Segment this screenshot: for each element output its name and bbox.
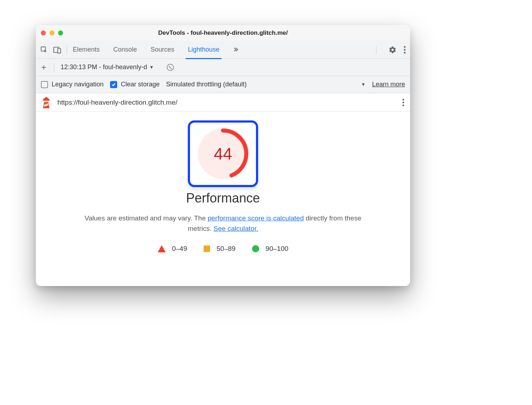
tab-sources[interactable]: Sources: [150, 42, 175, 58]
throttling-dropdown[interactable]: Simulated throttling (default): [166, 81, 247, 88]
lighthouse-audit-row: + 12:30:13 PM - foul-heavenly-d ▼: [36, 59, 410, 76]
clear-storage-checkbox[interactable]: Clear storage: [110, 81, 160, 88]
see-calculator-link[interactable]: See calculator.: [214, 225, 258, 232]
tab-elements[interactable]: Elements: [72, 42, 100, 58]
tab-lighthouse[interactable]: Lighthouse: [187, 42, 220, 58]
legacy-navigation-checkbox[interactable]: Legacy navigation: [41, 81, 104, 88]
svg-point-10: [403, 99, 404, 100]
maximize-window-button[interactable]: [58, 30, 63, 35]
report-url-row: https://foul-heavenly-direction.glitch.m…: [36, 93, 410, 112]
checkbox-checked-icon: [110, 81, 117, 88]
toggle-device-toolbar-icon[interactable]: [53, 46, 62, 54]
svg-rect-7: [44, 101, 48, 102]
svg-rect-2: [58, 48, 61, 53]
toolbar-separator: [67, 46, 67, 54]
square-icon: [204, 246, 210, 252]
learn-more-link[interactable]: Learn more: [372, 81, 405, 88]
score-legend: 0–49 50–89 90–100: [47, 245, 399, 253]
minimize-window-button[interactable]: [49, 30, 54, 35]
score-description: Values are estimated and may vary. The p…: [72, 213, 374, 234]
inspect-element-icon[interactable]: [40, 46, 48, 54]
dropdown-arrow-icon: ▼: [149, 65, 154, 70]
audit-history-dropdown[interactable]: 12:30:13 PM - foul-heavenly-d ▼: [61, 63, 154, 71]
checkbox-unchecked-icon: [41, 81, 48, 88]
lighthouse-report: 44 Performance Values are estimated and …: [36, 112, 410, 253]
window-controls: [41, 30, 63, 35]
svg-point-4: [404, 49, 406, 51]
performance-gauge[interactable]: 44: [196, 127, 250, 181]
circle-icon: [252, 245, 259, 252]
separator: [54, 63, 54, 72]
report-options-icon[interactable]: [402, 99, 404, 106]
lighthouse-logo-icon: [42, 97, 51, 108]
devtools-toolbar: Elements Console Sources Lighthouse: [36, 41, 410, 59]
svg-marker-6: [43, 97, 49, 101]
devtools-window: DevTools - foul-heavenly-direction.glitc…: [36, 25, 410, 286]
legend-good: 90–100: [252, 245, 288, 253]
throttling-label: Simulated throttling (default): [166, 81, 247, 88]
performance-score: 44: [196, 127, 250, 181]
svg-point-5: [404, 52, 406, 53]
clear-audits-icon[interactable]: [167, 64, 174, 71]
tab-console[interactable]: Console: [113, 42, 138, 58]
svg-point-3: [404, 46, 406, 48]
legacy-navigation-label: Legacy navigation: [52, 81, 104, 88]
triangle-icon: [158, 245, 166, 252]
close-window-button[interactable]: [41, 30, 46, 35]
more-tabs-icon[interactable]: [232, 46, 239, 53]
svg-point-11: [403, 101, 404, 103]
score-calc-link[interactable]: performance score is calculated: [208, 214, 304, 222]
lighthouse-options-row: Legacy navigation Clear storage Simulate…: [36, 76, 410, 93]
new-audit-button[interactable]: +: [40, 62, 47, 72]
clear-storage-label: Clear storage: [121, 81, 160, 88]
dropdown-arrow-icon[interactable]: ▼: [361, 82, 366, 87]
svg-point-12: [403, 104, 404, 106]
legend-poor: 0–49: [158, 245, 187, 253]
audit-history-label: 12:30:13 PM - foul-heavenly-d: [61, 63, 147, 71]
panel-tabs: Elements Console Sources Lighthouse: [72, 42, 239, 58]
settings-gear-icon[interactable]: [389, 46, 396, 54]
toolbar-separator: [376, 46, 376, 54]
legend-average: 50–89: [204, 245, 236, 253]
more-options-icon[interactable]: [404, 46, 406, 54]
score-gauge-highlight: 44: [188, 120, 258, 187]
report-url: https://foul-heavenly-direction.glitch.m…: [57, 99, 396, 106]
category-title: Performance: [47, 191, 399, 206]
titlebar: DevTools - foul-heavenly-direction.glitc…: [36, 25, 410, 41]
window-title: DevTools - foul-heavenly-direction.glitc…: [36, 29, 410, 37]
